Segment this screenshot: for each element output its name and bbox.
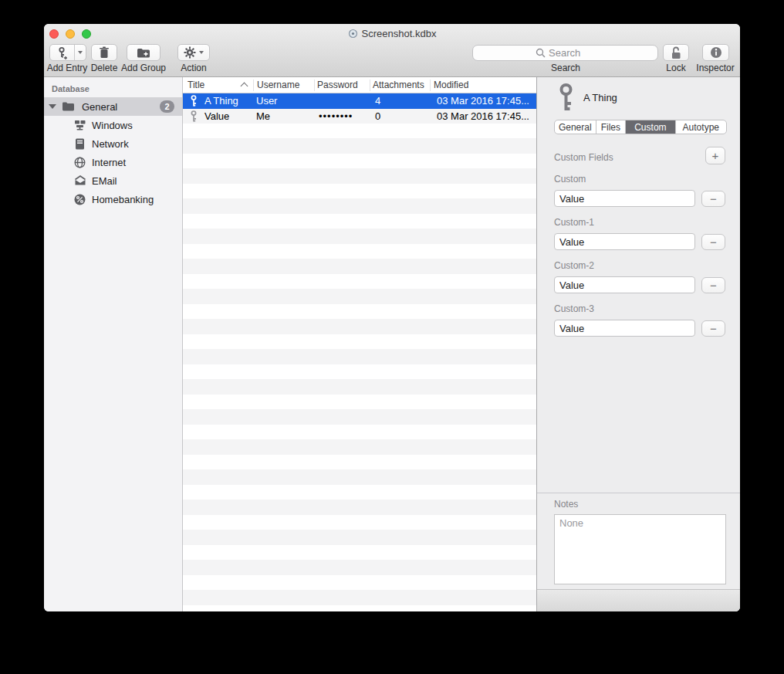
search-input[interactable] <box>549 47 595 59</box>
chevron-down-icon <box>199 51 204 54</box>
sidebar-item-general[interactable]: General 2 <box>44 97 182 116</box>
sidebar-item-label: EMail <box>92 175 117 187</box>
percent-icon <box>73 194 86 205</box>
envelope-icon <box>73 175 86 186</box>
lock-button[interactable] <box>663 44 689 61</box>
sidebar-item-network[interactable]: Network <box>44 134 182 153</box>
key-icon <box>190 95 198 107</box>
column-header-password[interactable]: Password <box>317 80 358 90</box>
tab-custom[interactable]: Custom <box>626 120 675 134</box>
delete-label: Delete <box>91 63 118 73</box>
main-content: Database General 2 Windows Network <box>44 77 740 611</box>
key-plus-icon <box>50 45 75 60</box>
search-icon <box>536 48 546 58</box>
folder-plus-icon <box>137 47 150 59</box>
action-button[interactable] <box>177 44 210 61</box>
column-header-attachments[interactable]: Attachments <box>373 80 424 90</box>
sidebar-item-label: Network <box>92 138 129 150</box>
cell-password: •••••••• <box>319 110 353 122</box>
key-icon <box>190 110 198 123</box>
sidebar-item-label: Homebanking <box>92 194 154 205</box>
window-title: Screenshot.kdbx <box>44 28 740 39</box>
column-divider[interactable] <box>430 80 431 91</box>
custom-field-input[interactable] <box>554 276 695 293</box>
inspector-tabs: General Files Custom Autotype <box>554 120 727 134</box>
window-title-text: Screenshot.kdbx <box>362 28 437 39</box>
field-label: Custom-1 <box>554 217 594 228</box>
remove-custom-field-button[interactable]: − <box>701 234 725 250</box>
inspector-bottom-bar <box>537 589 740 611</box>
cell-attachments: 0 <box>375 110 380 122</box>
add-group-label: Add Group <box>121 63 166 73</box>
column-divider[interactable] <box>253 80 254 91</box>
field-label: Custom-3 <box>554 303 594 314</box>
document-proxy-icon <box>348 29 358 39</box>
remove-custom-field-button[interactable]: − <box>701 320 725 337</box>
custom-field-input[interactable] <box>554 233 695 250</box>
chevron-down-icon <box>78 51 83 54</box>
column-divider[interactable] <box>370 80 370 91</box>
table-header: Title Username Password Attachments Modi… <box>183 77 536 93</box>
workstation-icon <box>73 120 86 131</box>
add-custom-field-button[interactable]: + <box>705 147 725 164</box>
sort-ascending-icon <box>242 83 247 86</box>
inspector-label: Inspector <box>696 63 734 73</box>
cell-username: Me <box>256 110 270 122</box>
inspector-button[interactable] <box>702 44 729 61</box>
cell-username: User <box>256 95 277 107</box>
custom-field-input[interactable] <box>554 190 695 207</box>
globe-icon <box>73 157 86 168</box>
cell-title: A Thing <box>204 95 238 107</box>
tab-autotype[interactable]: Autotype <box>676 120 726 134</box>
group-sidebar: Database General 2 Windows Network <box>44 77 183 611</box>
entry-table: Title Username Password Attachments Modi… <box>183 77 536 611</box>
table-body: A Thing User 4 03 Mar 2016 17:45... Valu… <box>183 93 536 611</box>
table-row[interactable]: A Thing User 4 03 Mar 2016 17:45... <box>183 93 536 109</box>
tab-general[interactable]: General <box>555 120 596 134</box>
disclosure-triangle-icon[interactable] <box>49 104 56 109</box>
tab-files[interactable]: Files <box>596 120 627 134</box>
notes-textarea[interactable] <box>554 514 726 584</box>
entry-count-badge: 2 <box>160 100 174 113</box>
column-header-username[interactable]: Username <box>257 80 299 90</box>
search-toolbar-label: Search <box>551 63 580 73</box>
trash-icon <box>99 46 110 59</box>
remove-custom-field-button[interactable]: − <box>701 191 725 207</box>
custom-field-input[interactable] <box>554 320 695 337</box>
info-icon <box>710 46 722 59</box>
cell-title: Value <box>204 110 229 122</box>
search-field[interactable] <box>472 45 658 61</box>
server-icon <box>73 138 86 150</box>
sidebar-item-email[interactable]: EMail <box>44 171 182 190</box>
notes-divider <box>537 493 740 493</box>
delete-button[interactable] <box>91 44 117 61</box>
table-row[interactable]: Value Me •••••••• 0 03 Mar 2016 17:45... <box>183 109 536 124</box>
open-padlock-icon <box>671 46 682 59</box>
custom-fields-header: Custom Fields <box>554 152 613 163</box>
inspector-panel: A Thing General Files Custom Autotype Cu… <box>536 77 740 611</box>
sidebar-item-windows[interactable]: Windows <box>44 116 182 134</box>
gear-icon <box>184 46 196 59</box>
field-label: Custom <box>554 174 586 185</box>
cell-attachments: 4 <box>375 95 380 107</box>
column-header-title[interactable]: Title <box>188 80 204 90</box>
key-icon <box>558 83 574 113</box>
notes-label: Notes <box>554 499 578 510</box>
sidebar-item-label: Internet <box>92 157 126 168</box>
add-entry-dropdown-arrow[interactable] <box>75 45 86 60</box>
cell-modified: 03 Mar 2016 17:45... <box>437 110 529 122</box>
app-window: Screenshot.kdbx Add Entry Delete Add Gro… <box>44 24 740 611</box>
add-entry-label: Add Entry <box>47 63 88 73</box>
sidebar-item-internet[interactable]: Internet <box>44 153 182 171</box>
database-section-header: Database <box>52 84 90 93</box>
sidebar-item-label: General <box>82 101 117 113</box>
cell-modified: 03 Mar 2016 17:45... <box>437 95 529 107</box>
column-header-modified[interactable]: Modified <box>434 80 468 90</box>
column-divider[interactable] <box>314 80 315 91</box>
folder-icon <box>62 101 75 112</box>
remove-custom-field-button[interactable]: − <box>701 277 725 293</box>
add-group-button[interactable] <box>127 44 161 61</box>
field-label: Custom-2 <box>554 260 594 271</box>
add-entry-button[interactable] <box>49 44 86 61</box>
sidebar-item-homebanking[interactable]: Homebanking <box>44 190 182 208</box>
